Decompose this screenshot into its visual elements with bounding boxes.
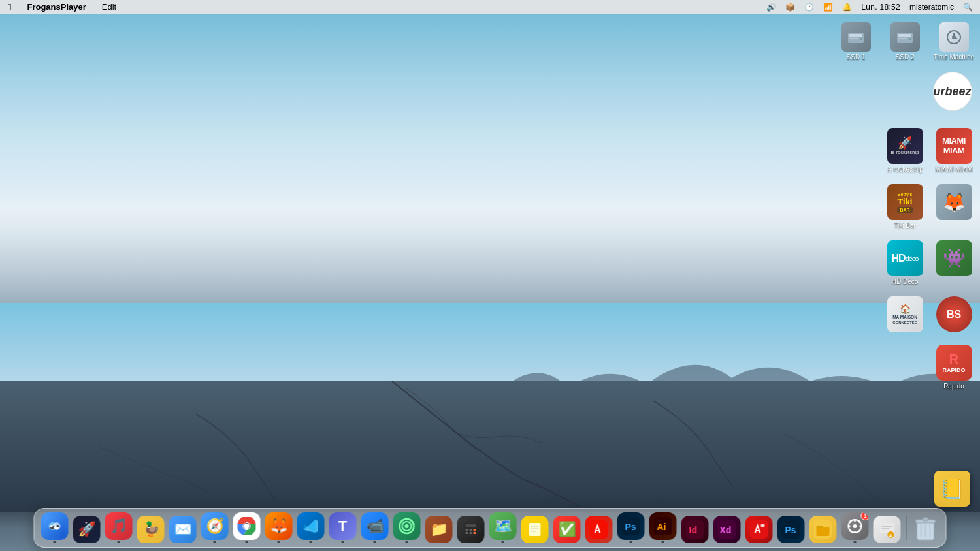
dock-item-acrobat[interactable] [584,514,614,544]
desktop-icon-miami[interactable]: MIAMI MIAM MIAMI MIAM [931,125,977,176]
dock-dot-firefox [278,541,280,543]
dock-item-sysprefs[interactable]: 1 [840,511,870,544]
svg-rect-9 [860,38,862,40]
edit-menu[interactable]: Edit [99,0,119,14]
dock-item-filemanager[interactable] [808,514,838,544]
svg-rect-11 [898,34,911,37]
dock: 🚀 🎵 🦆 ✉️ 🧭 [34,508,947,548]
dock-item-trash[interactable] [911,514,941,544]
svg-point-27 [244,524,250,529]
dock-dot-frogans [406,541,408,543]
dock-item-certificate[interactable]: A [872,514,902,544]
svg-rect-13 [909,38,911,40]
dock-item-cyberduck[interactable]: 🦆 [136,514,166,544]
dock-item-teams[interactable]: T [328,511,358,544]
svg-text:Ps: Ps [785,525,796,535]
dock-item-indesign[interactable]: Id [680,514,710,544]
desktop-icon-maison[interactable]: 🏠 MA MAISON CONNECTÉE [882,294,928,337]
dock-item-illustrator[interactable]: Ai [648,511,678,544]
rocketship-label: le rocketship [887,166,923,174]
dock-dot-photoshop [630,541,632,543]
dock-item-launchpad[interactable]: 🚀 [72,514,102,544]
dock-dot-teams [342,541,344,543]
svg-rect-39 [466,532,468,534]
svg-rect-8 [849,38,858,39]
svg-point-56 [761,524,765,527]
desktop-icons: SSD 1 SSD 2 Time [833,20,977,398]
svg-rect-36 [466,529,468,531]
dock-item-music[interactable]: 🎵 [104,511,134,544]
svg-rect-41 [474,532,476,534]
desktop-icon-hd[interactable]: HDdéco HD Déco [882,238,928,289]
dock-dot-maps [502,541,504,543]
ssd1-label: SSD 1 [847,54,866,61]
search-icon[interactable]: 🔍 [961,3,975,12]
dock-item-vscode[interactable] [296,511,326,544]
dock-divider [906,516,907,540]
desktop-icon-ssd2[interactable]: SSD 2 [882,20,928,64]
dock-item-calculator[interactable] [456,514,486,544]
apple-menu[interactable]:  [5,0,14,14]
dock-item-xd[interactable]: Xd [712,514,742,544]
volume-icon[interactable]: 🔔 [840,3,854,12]
desktop-icon-urbeez[interactable]: urbeez [928,69,977,116]
svg-rect-7 [849,34,862,37]
dock-dot-safari [214,541,216,543]
dock-item-photoshop2[interactable]: Ps [776,514,806,544]
desktop-row-5: HDdéco HD Déco 👾 [882,238,977,289]
desktop-icon-alien[interactable]: 👾 [931,238,977,281]
app-name[interactable]: FrogansPlayer [24,0,88,14]
dropbox-icon[interactable]: 📦 [783,3,797,12]
dock-item-mail[interactable]: ✉️ [168,514,198,544]
svg-rect-37 [470,529,472,531]
dock-item-reader[interactable] [744,514,774,544]
svg-rect-38 [474,529,476,531]
stickies-widget[interactable]: 📒 [934,471,970,507]
wifi-icon[interactable]: 📶 [821,3,835,12]
desktop-row-4: Betty's Tiki BAR Tiki Bar 🦊 [882,181,977,232]
desktop-icon-rocketship[interactable]: 🚀 le rocketship le rocketship [882,125,928,176]
datetime[interactable]: Lun. 18:52 [859,3,902,12]
svg-rect-35 [466,524,476,527]
desktop-icon-ssd1[interactable]: SSD 1 [833,20,879,64]
bluetooth-icon[interactable]: 🔊 [764,3,778,12]
dock-item-photoshop[interactable]: Ps [616,511,646,544]
time-machine-label: Time Machine [934,54,974,61]
svg-rect-82 [923,518,928,521]
username[interactable]: misteratomic [907,3,956,12]
dock-item-notes[interactable] [520,514,550,544]
dock-item-zoom[interactable]: 📹 [360,511,390,544]
clock-icon[interactable]: 🕐 [802,3,816,12]
desktop-icon-rapido[interactable]: R RAPIDO Rapido [931,342,977,393]
menubar-left:  FrogansPlayer Edit [5,0,119,14]
desktop-icon-tiki[interactable]: Betty's Tiki BAR Tiki Bar [882,181,928,232]
dock-item-reminders[interactable]: ✅ [552,514,582,544]
svg-rect-66 [848,526,851,527]
desktop-row-7: R RAPIDO Rapido [931,342,977,393]
desktop-row-3: 🚀 le rocketship le rocketship MIAMI MIAM… [882,125,977,176]
svg-rect-42 [529,523,541,536]
dock-item-maps[interactable]: 🗺️ [488,511,518,544]
dock-item-safari[interactable]: 🧭 [200,511,230,544]
dock-dot-zoom [374,541,376,543]
dock-item-filezilla[interactable]: 📁 [424,514,454,544]
dock-item-chrome[interactable] [232,511,262,544]
desktop-icon-bs[interactable]: BS [931,294,977,337]
svg-text:Ps: Ps [625,522,636,532]
miami-label: MIAMI MIAM [935,166,973,174]
dock-item-finder[interactable] [40,511,70,544]
desktop-icon-fox[interactable]: 🦊 [931,181,977,225]
menubar:  FrogansPlayer Edit 🔊 📦 🕐 📶 🔔 Lun. 18:5… [0,0,980,14]
svg-point-24 [57,525,59,527]
dock-dot-vscode [310,541,312,543]
dock-item-frogans[interactable] [392,511,422,544]
dock-item-firefox[interactable]: 🦊 [264,511,294,544]
desktop-icon-time-machine[interactable]: Time Machine [931,20,977,64]
tiki-label: Tiki Bar [894,222,916,230]
svg-rect-40 [470,532,472,534]
svg-rect-61 [817,526,823,528]
desktop-row-1: SSD 1 SSD 2 Time [833,20,977,64]
svg-rect-65 [854,531,856,533]
svg-point-23 [50,525,53,527]
svg-text:Ai: Ai [657,522,666,532]
